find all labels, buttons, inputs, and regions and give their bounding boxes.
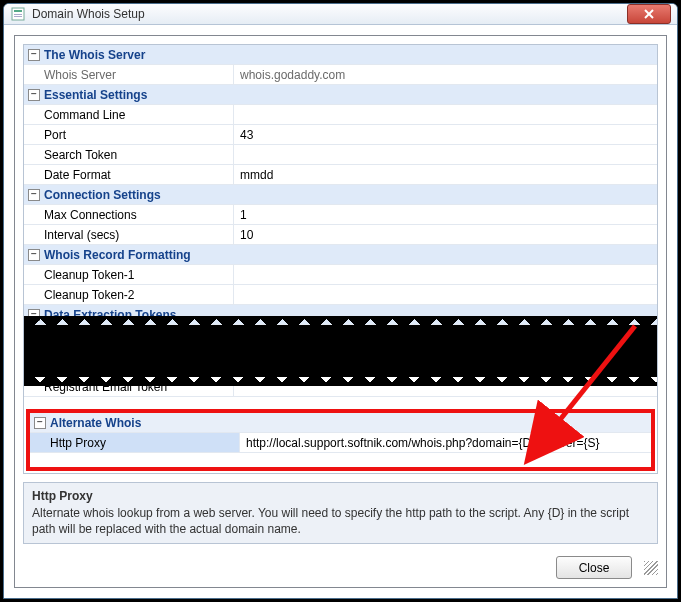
expander-icon[interactable]: −	[28, 189, 40, 201]
expander-icon[interactable]: −	[34, 417, 46, 429]
button-bar: Close	[15, 552, 666, 587]
group-title: The Whois Server	[44, 48, 145, 62]
window-title: Domain Whois Setup	[32, 7, 621, 21]
row-command-line[interactable]: Command Line	[24, 105, 657, 125]
group-whois-server[interactable]: − The Whois Server	[24, 45, 657, 65]
max-connections-input[interactable]	[240, 206, 657, 224]
expander-icon[interactable]: −	[28, 89, 40, 101]
cleanup-token-2-input[interactable]	[240, 286, 657, 304]
help-title: Http Proxy	[32, 489, 649, 503]
search-token-input[interactable]	[240, 146, 657, 164]
row-label: Cleanup Token-1	[24, 265, 234, 284]
group-title: Alternate Whois	[50, 416, 141, 430]
row-max-connections[interactable]: Max Connections	[24, 205, 657, 225]
expander-icon[interactable]: −	[28, 49, 40, 61]
row-cleanup-token-1[interactable]: Cleanup Token-1	[24, 265, 657, 285]
http-proxy-input[interactable]	[246, 434, 651, 452]
row-date-format[interactable]: Date Format	[24, 165, 657, 185]
property-grid: − The Whois Server Whois Server − Essent…	[23, 44, 658, 474]
row-http-proxy[interactable]: Http Proxy	[30, 433, 651, 453]
row-label: Interval (secs)	[24, 225, 234, 244]
highlight-box: − Alternate Whois Http Proxy	[26, 409, 655, 471]
interval-input[interactable]	[240, 226, 657, 244]
port-input[interactable]	[240, 126, 657, 144]
group-connection-settings[interactable]: − Connection Settings	[24, 185, 657, 205]
resize-grip[interactable]	[644, 561, 658, 575]
row-cleanup-token-2[interactable]: Cleanup Token-2	[24, 285, 657, 305]
row-label: Http Proxy	[30, 433, 240, 452]
svg-rect-2	[14, 14, 22, 15]
torn-section	[24, 325, 657, 377]
titlebar[interactable]: Domain Whois Setup	[4, 4, 677, 25]
row-label: Command Line	[24, 105, 234, 124]
svg-rect-3	[14, 16, 22, 17]
row-interval[interactable]: Interval (secs)	[24, 225, 657, 245]
date-format-input[interactable]	[240, 166, 657, 184]
expander-icon[interactable]: −	[28, 249, 40, 261]
command-line-input[interactable]	[240, 106, 657, 124]
group-title: Essential Settings	[44, 88, 147, 102]
row-label: Date Format	[24, 165, 234, 184]
row-label: Whois Server	[24, 65, 234, 84]
close-button[interactable]: Close	[556, 556, 632, 579]
dialog-window: Domain Whois Setup − The Whois Server Wh…	[3, 3, 678, 599]
row-search-token[interactable]: Search Token	[24, 145, 657, 165]
row-label: Max Connections	[24, 205, 234, 224]
content-panel: − The Whois Server Whois Server − Essent…	[14, 35, 667, 588]
svg-rect-1	[14, 10, 22, 12]
group-alternate-whois[interactable]: − Alternate Whois	[30, 413, 651, 433]
group-title: Connection Settings	[44, 188, 161, 202]
app-icon	[10, 6, 26, 22]
row-label: Port	[24, 125, 234, 144]
help-body: Alternate whois lookup from a web server…	[32, 505, 649, 537]
close-window-button[interactable]	[627, 4, 671, 24]
close-icon	[644, 9, 654, 19]
row-label: Search Token	[24, 145, 234, 164]
row-label: Cleanup Token-2	[24, 285, 234, 304]
row-whois-server[interactable]: Whois Server	[24, 65, 657, 85]
whois-server-input[interactable]	[240, 66, 657, 84]
group-title: Whois Record Formatting	[44, 248, 191, 262]
row-port[interactable]: Port	[24, 125, 657, 145]
help-panel: Http Proxy Alternate whois lookup from a…	[23, 482, 658, 544]
cleanup-token-1-input[interactable]	[240, 266, 657, 284]
group-essential-settings[interactable]: − Essential Settings	[24, 85, 657, 105]
group-record-formatting[interactable]: − Whois Record Formatting	[24, 245, 657, 265]
